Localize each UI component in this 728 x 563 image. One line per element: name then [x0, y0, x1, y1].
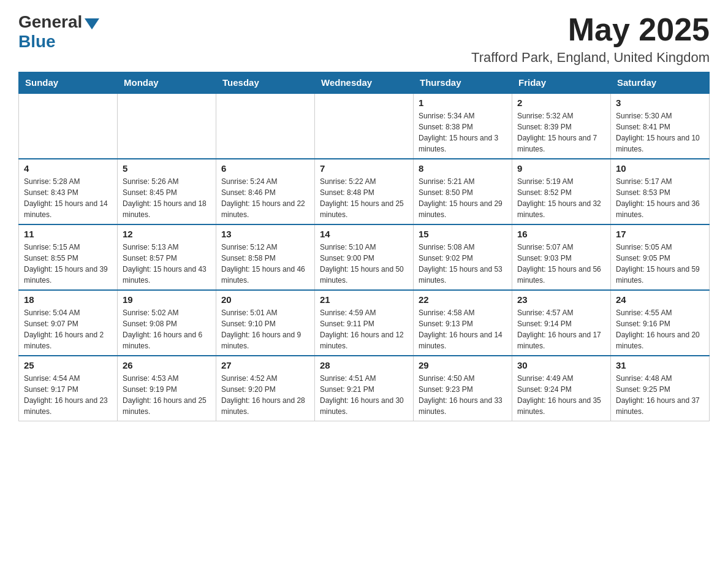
calendar-cell: 5Sunrise: 5:26 AM Sunset: 8:45 PM Daylig… — [118, 159, 216, 224]
day-info: Sunrise: 5:24 AM Sunset: 8:46 PM Dayligh… — [221, 176, 309, 220]
day-info: Sunrise: 5:07 AM Sunset: 9:03 PM Dayligh… — [517, 242, 605, 286]
calendar-cell: 9Sunrise: 5:19 AM Sunset: 8:52 PM Daylig… — [512, 159, 611, 224]
day-number: 11 — [24, 229, 112, 239]
day-info: Sunrise: 5:30 AM Sunset: 8:41 PM Dayligh… — [616, 110, 704, 155]
day-info: Sunrise: 5:02 AM Sunset: 9:08 PM Dayligh… — [123, 307, 211, 351]
day-number: 18 — [24, 294, 112, 305]
logo-triangle-icon — [85, 18, 99, 29]
day-info: Sunrise: 5:26 AM Sunset: 8:45 PM Dayligh… — [123, 176, 211, 220]
day-info: Sunrise: 5:05 AM Sunset: 9:05 PM Dayligh… — [616, 242, 704, 286]
day-number: 4 — [24, 163, 112, 174]
day-number: 25 — [24, 360, 112, 370]
day-number: 17 — [616, 229, 704, 239]
calendar-cell: 21Sunrise: 4:59 AM Sunset: 9:11 PM Dayli… — [315, 290, 414, 356]
day-info: Sunrise: 5:13 AM Sunset: 8:57 PM Dayligh… — [123, 242, 211, 286]
day-info: Sunrise: 5:28 AM Sunset: 8:43 PM Dayligh… — [24, 176, 112, 220]
day-number: 9 — [517, 163, 605, 174]
calendar-cell: 13Sunrise: 5:12 AM Sunset: 8:58 PM Dayli… — [216, 224, 315, 290]
calendar-cell: 12Sunrise: 5:13 AM Sunset: 8:57 PM Dayli… — [118, 224, 216, 290]
day-number: 20 — [221, 294, 309, 305]
calendar-cell: 20Sunrise: 5:01 AM Sunset: 9:10 PM Dayli… — [216, 290, 315, 356]
calendar-cell: 29Sunrise: 4:50 AM Sunset: 9:23 PM Dayli… — [414, 356, 512, 421]
calendar-cell: 2Sunrise: 5:32 AM Sunset: 8:39 PM Daylig… — [512, 93, 611, 159]
day-number: 27 — [221, 360, 309, 370]
day-info: Sunrise: 5:17 AM Sunset: 8:53 PM Dayligh… — [616, 176, 704, 220]
day-info: Sunrise: 5:01 AM Sunset: 9:10 PM Dayligh… — [221, 307, 309, 351]
day-number: 6 — [221, 163, 309, 174]
day-info: Sunrise: 4:57 AM Sunset: 9:14 PM Dayligh… — [517, 307, 605, 351]
day-number: 19 — [123, 294, 211, 305]
calendar-cell: 6Sunrise: 5:24 AM Sunset: 8:46 PM Daylig… — [216, 159, 315, 224]
day-number: 7 — [320, 163, 408, 174]
calendar-cell: 25Sunrise: 4:54 AM Sunset: 9:17 PM Dayli… — [19, 356, 118, 421]
calendar-cell: 27Sunrise: 4:52 AM Sunset: 9:20 PM Dayli… — [216, 356, 315, 421]
calendar-cell: 16Sunrise: 5:07 AM Sunset: 9:03 PM Dayli… — [512, 224, 611, 290]
day-number: 26 — [123, 360, 211, 370]
day-number: 13 — [221, 229, 309, 239]
title-block: May 2025 Trafford Park, England, United … — [471, 12, 710, 66]
day-number: 22 — [419, 294, 507, 305]
day-number: 5 — [123, 163, 211, 174]
location-subtitle: Trafford Park, England, United Kingdom — [471, 50, 710, 66]
day-info: Sunrise: 4:49 AM Sunset: 9:24 PM Dayligh… — [517, 373, 605, 417]
day-number: 21 — [320, 294, 408, 305]
day-number: 24 — [616, 294, 704, 305]
day-number: 1 — [419, 98, 507, 108]
calendar-cell: 28Sunrise: 4:51 AM Sunset: 9:21 PM Dayli… — [315, 356, 414, 421]
calendar-cell — [315, 93, 414, 159]
day-info: Sunrise: 5:04 AM Sunset: 9:07 PM Dayligh… — [24, 307, 112, 351]
logo: General Blue — [18, 12, 99, 52]
day-number: 29 — [419, 360, 507, 370]
calendar-header-tuesday: Tuesday — [216, 72, 315, 94]
calendar-table: SundayMondayTuesdayWednesdayThursdayFrid… — [18, 72, 710, 421]
day-info: Sunrise: 4:53 AM Sunset: 9:19 PM Dayligh… — [123, 373, 211, 417]
calendar-week-row: 4Sunrise: 5:28 AM Sunset: 8:43 PM Daylig… — [19, 159, 710, 224]
day-number: 14 — [320, 229, 408, 239]
logo-general-text: General — [18, 12, 82, 32]
calendar-header-sunday: Sunday — [19, 72, 118, 94]
day-number: 8 — [419, 163, 507, 174]
calendar-header-row: SundayMondayTuesdayWednesdayThursdayFrid… — [19, 72, 710, 94]
calendar-cell: 19Sunrise: 5:02 AM Sunset: 9:08 PM Dayli… — [118, 290, 216, 356]
calendar-cell: 10Sunrise: 5:17 AM Sunset: 8:53 PM Dayli… — [611, 159, 710, 224]
day-number: 12 — [123, 229, 211, 239]
day-number: 10 — [616, 163, 704, 174]
month-year-title: May 2025 — [471, 12, 710, 47]
day-info: Sunrise: 5:15 AM Sunset: 8:55 PM Dayligh… — [24, 242, 112, 286]
day-info: Sunrise: 5:32 AM Sunset: 8:39 PM Dayligh… — [517, 110, 605, 155]
day-info: Sunrise: 5:34 AM Sunset: 8:38 PM Dayligh… — [419, 110, 507, 155]
logo-blue-text: Blue — [18, 32, 56, 52]
day-info: Sunrise: 4:50 AM Sunset: 9:23 PM Dayligh… — [419, 373, 507, 417]
day-info: Sunrise: 4:55 AM Sunset: 9:16 PM Dayligh… — [616, 307, 704, 351]
calendar-header-thursday: Thursday — [414, 72, 512, 94]
calendar-cell — [216, 93, 315, 159]
day-number: 2 — [517, 98, 605, 108]
day-info: Sunrise: 4:54 AM Sunset: 9:17 PM Dayligh… — [24, 373, 112, 417]
day-number: 15 — [419, 229, 507, 239]
day-info: Sunrise: 5:21 AM Sunset: 8:50 PM Dayligh… — [419, 176, 507, 220]
calendar-cell: 1Sunrise: 5:34 AM Sunset: 8:38 PM Daylig… — [414, 93, 512, 159]
day-info: Sunrise: 5:08 AM Sunset: 9:02 PM Dayligh… — [419, 242, 507, 286]
calendar-cell: 11Sunrise: 5:15 AM Sunset: 8:55 PM Dayli… — [19, 224, 118, 290]
day-info: Sunrise: 5:22 AM Sunset: 8:48 PM Dayligh… — [320, 176, 408, 220]
day-info: Sunrise: 4:52 AM Sunset: 9:20 PM Dayligh… — [221, 373, 309, 417]
calendar-week-row: 11Sunrise: 5:15 AM Sunset: 8:55 PM Dayli… — [19, 224, 710, 290]
calendar-cell: 18Sunrise: 5:04 AM Sunset: 9:07 PM Dayli… — [19, 290, 118, 356]
calendar-cell: 8Sunrise: 5:21 AM Sunset: 8:50 PM Daylig… — [414, 159, 512, 224]
calendar-week-row: 18Sunrise: 5:04 AM Sunset: 9:07 PM Dayli… — [19, 290, 710, 356]
day-number: 30 — [517, 360, 605, 370]
calendar-cell — [19, 93, 118, 159]
calendar-cell: 17Sunrise: 5:05 AM Sunset: 9:05 PM Dayli… — [611, 224, 710, 290]
day-info: Sunrise: 5:12 AM Sunset: 8:58 PM Dayligh… — [221, 242, 309, 286]
day-info: Sunrise: 4:48 AM Sunset: 9:25 PM Dayligh… — [616, 373, 704, 417]
day-info: Sunrise: 5:10 AM Sunset: 9:00 PM Dayligh… — [320, 242, 408, 286]
calendar-week-row: 25Sunrise: 4:54 AM Sunset: 9:17 PM Dayli… — [19, 356, 710, 421]
calendar-cell: 4Sunrise: 5:28 AM Sunset: 8:43 PM Daylig… — [19, 159, 118, 224]
day-info: Sunrise: 4:51 AM Sunset: 9:21 PM Dayligh… — [320, 373, 408, 417]
page-header: General Blue May 2025 Trafford Park, Eng… — [18, 12, 710, 66]
calendar-cell: 7Sunrise: 5:22 AM Sunset: 8:48 PM Daylig… — [315, 159, 414, 224]
calendar-cell: 3Sunrise: 5:30 AM Sunset: 8:41 PM Daylig… — [611, 93, 710, 159]
day-number: 23 — [517, 294, 605, 305]
calendar-cell: 23Sunrise: 4:57 AM Sunset: 9:14 PM Dayli… — [512, 290, 611, 356]
calendar-cell: 22Sunrise: 4:58 AM Sunset: 9:13 PM Dayli… — [414, 290, 512, 356]
